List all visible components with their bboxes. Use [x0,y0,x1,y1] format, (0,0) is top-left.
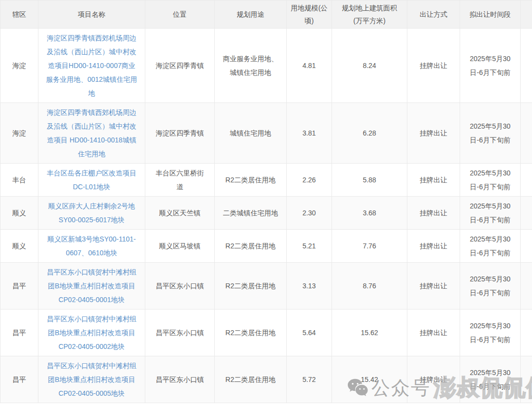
table-row: 昌平昌平区东小口镇贺村中滩村组团B地块重点村旧村改造项目CP02-0405-00… [0,263,532,310]
cell-district: 丰台 [0,164,38,197]
cell-round: 2025年第五轮 [521,103,532,164]
column-header-use: 规划用途 [215,0,287,29]
cell-use: R2二类居住用地 [215,164,287,197]
cell-area: 3.13 [287,263,332,310]
cell-location: 丰台区六里桥街道 [145,164,215,197]
project-link[interactable]: 昌平区东小口镇贺村中滩村组团B地块重点村旧村改造项目CP02-0405-0002… [47,315,136,350]
cell-method: 挂牌出让 [407,103,460,164]
cell-district: 顺义 [0,197,38,230]
cell-district: 昌平 [0,310,38,356]
table-header: 辖区项目名称位置规划用途用地规模(公顷)规划地上建筑面积(万平方米)出让方式拟出… [0,0,532,29]
project-link[interactable]: 海淀区四季青镇西郊机场周边及沿线（西山片区）城中村改造项目 HD00-1410-… [47,108,136,158]
cell-use: 商业服务业用地、城镇住宅用地 [215,29,287,103]
cell-period: 2025年5月30日-6月下旬前 [460,103,521,164]
cell-project: 昌平区东小口镇贺村中滩村组团B地块重点村旧村改造项目CP02-0405-0002… [38,310,145,356]
cell-district: 昌平 [0,263,38,310]
cell-project: 昌平区东小口镇贺村中滩村组团B地块重点村旧村改造项目CP02-0405-0005… [38,356,145,403]
cell-period: 2025年5月30日-6月下旬前 [460,29,521,103]
column-header-period: 拟出让时间段 [460,0,521,29]
cell-gfa: 8.24 [332,29,407,103]
land-auction-table: 辖区项目名称位置规划用途用地规模(公顷)规划地上建筑面积(万平方米)出让方式拟出… [0,0,532,403]
cell-area: 2.26 [287,164,332,197]
cell-method: 挂牌出让 [407,197,460,230]
cell-round: 2025年第五轮 [521,230,532,263]
cell-use: R2二类居住用地 [215,263,287,310]
table-row: 顺义顺义区薛大人庄村剩余2号地SY00-0025-6017地块顺义区天竺镇二类城… [0,197,532,230]
cell-district: 顺义 [0,230,38,263]
cell-gfa: 7.76 [332,230,407,263]
column-header-gfa: 规划地上建筑面积(万平方米) [332,0,407,29]
cell-gfa: 8.76 [332,263,407,310]
column-header-project: 项目名称 [38,0,145,29]
cell-project: 顺义区薛大人庄村剩余2号地SY00-0025-6017地块 [38,197,145,230]
table-body: 海淀海淀区四季青镇西郊机场周边及沿线（西山片区）城中村改造项目HD00-1410… [0,29,532,403]
cell-area: 5.21 [287,230,332,263]
cell-district: 昌平 [0,356,38,403]
cell-area: 3.81 [287,103,332,164]
cell-round: 2025年第五轮 [521,197,532,230]
cell-period: 2025年5月30日-6月下旬前 [460,310,521,356]
cell-use: R2二类居住用地 [215,310,287,356]
column-header-district: 辖区 [0,0,38,29]
cell-area: 2.30 [287,197,332,230]
cell-period: 2025年5月30日-6月下旬前 [460,164,521,197]
cell-use: 城镇住宅用地 [215,103,287,164]
column-header-round: 轮次 [521,0,532,29]
cell-gfa: 3.68 [332,197,407,230]
project-link[interactable]: 昌平区东小口镇贺村中滩村组团B地块重点村旧村改造项目CP02-0405-0005… [47,362,136,397]
table-row: 顺义顺义区新城3号地SY00-1101-0607、0610地块顺义区马坡镇R2二… [0,230,532,263]
cell-round: 2025年第五轮 [521,164,532,197]
cell-location: 顺义区天竺镇 [145,197,215,230]
cell-project: 海淀区四季青镇西郊机场周边及沿线（西山片区）城中村改造项目HD00-1410-0… [38,29,145,103]
cell-period: 2025年5月30日-6月下旬前 [460,356,521,403]
cell-use: 二类城镇住宅用地 [215,197,287,230]
cell-round: 2025年第五轮 [521,310,532,356]
cell-location: 昌平区东小口镇 [145,356,215,403]
table-row: 昌平昌平区东小口镇贺村中滩村组团B地块重点村旧村改造项目CP02-0405-00… [0,356,532,403]
cell-gfa: 15.42 [332,356,407,403]
table-row: 海淀海淀区四季青镇西郊机场周边及沿线（西山片区）城中村改造项目HD00-1410… [0,29,532,103]
project-link[interactable]: 丰台区岳各庄棚户区改造项目DC-L01地块 [47,169,136,191]
cell-district: 海淀 [0,103,38,164]
cell-project: 顺义区新城3号地SY00-1101-0607、0610地块 [38,230,145,263]
column-header-area: 用地规模(公顷) [287,0,332,29]
cell-period: 2025年5月30日-6月下旬前 [460,263,521,310]
cell-gfa: 6.28 [332,103,407,164]
project-link[interactable]: 昌平区东小口镇贺村中滩村组团B地块重点村旧村改造项目CP02-0405-0001… [47,268,136,304]
cell-gfa: 15.62 [332,310,407,356]
column-header-location: 位置 [145,0,215,29]
cell-area: 5.64 [287,310,332,356]
cell-gfa: 5.88 [332,164,407,197]
table-row: 丰台丰台区岳各庄棚户区改造项目DC-L01地块丰台区六里桥街道R2二类居住用地2… [0,164,532,197]
cell-method: 挂牌出让 [407,230,460,263]
cell-use: R2二类居住用地 [215,230,287,263]
cell-area: 4.81 [287,29,332,103]
cell-project: 昌平区东小口镇贺村中滩村组团B地块重点村旧村改造项目CP02-0405-0001… [38,263,145,310]
cell-district: 海淀 [0,29,38,103]
cell-method: 挂牌出让 [407,310,460,356]
cell-round: 2025年第五轮 [521,29,532,103]
cell-method: 挂牌出让 [407,29,460,103]
cell-method: 挂牌出让 [407,356,460,403]
cell-location: 昌平区东小口镇 [145,310,215,356]
table-header-row: 辖区项目名称位置规划用途用地规模(公顷)规划地上建筑面积(万平方米)出让方式拟出… [0,0,532,29]
table-row: 昌平昌平区东小口镇贺村中滩村组团B地块重点村旧村改造项目CP02-0405-00… [0,310,532,356]
cell-round: 2025年第五轮 [521,263,532,310]
column-header-method: 出让方式 [407,0,460,29]
cell-round: 2025年第五轮 [521,356,532,403]
table-row: 海淀海淀区四季青镇西郊机场周边及沿线（西山片区）城中村改造项目 HD00-141… [0,103,532,164]
project-link[interactable]: 顺义区新城3号地SY00-1101-0607、0610地块 [47,235,135,257]
cell-project: 海淀区四季青镇西郊机场周边及沿线（西山片区）城中村改造项目 HD00-1410-… [38,103,145,164]
cell-location: 海淀区四季青镇 [145,103,215,164]
cell-location: 昌平区东小口镇 [145,263,215,310]
cell-period: 2025年5月30日-6月下旬前 [460,197,521,230]
cell-method: 挂牌出让 [407,263,460,310]
project-link[interactable]: 顺义区薛大人庄村剩余2号地SY00-0025-6017地块 [48,202,135,224]
cell-location: 顺义区马坡镇 [145,230,215,263]
cell-use: R2二类居住用地 [215,356,287,403]
project-link[interactable]: 海淀区四季青镇西郊机场周边及沿线（西山片区）城中村改造项目HD00-1410-0… [46,34,137,97]
cell-period: 2025年5月30日-6月下旬前 [460,230,521,263]
cell-project: 丰台区岳各庄棚户区改造项目DC-L01地块 [38,164,145,197]
cell-method: 挂牌出让 [407,164,460,197]
cell-area: 5.72 [287,356,332,403]
